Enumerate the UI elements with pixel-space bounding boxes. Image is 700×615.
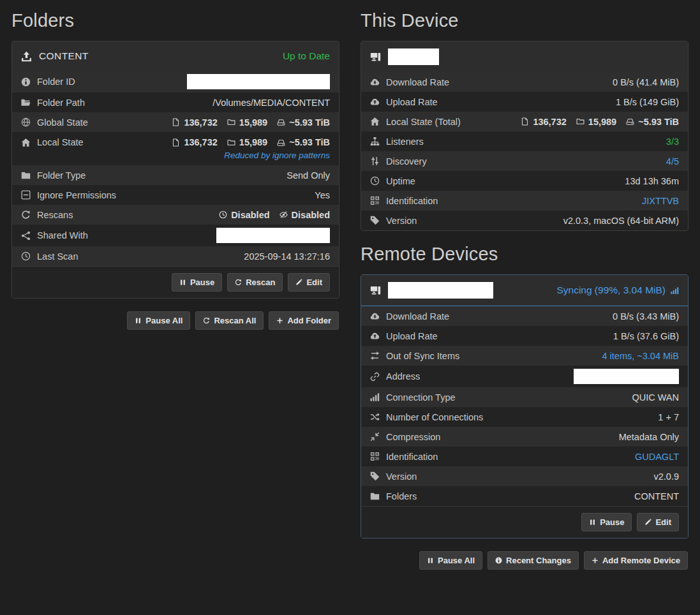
shared-with-label: Shared With (37, 230, 88, 241)
remote-devices-section-title: Remote Devices (361, 244, 689, 265)
recent-changes-button[interactable]: Recent Changes (488, 551, 579, 570)
folder-type-label: Folder Type (37, 170, 86, 181)
folder-status: Up to Date (283, 50, 330, 62)
pause-icon (589, 519, 596, 526)
listeners-value: 3/3 (666, 137, 679, 147)
global-size: ~5.93 TiB (289, 117, 330, 128)
pause-all-folders-button[interactable]: Pause All (127, 311, 190, 330)
row-discovery: Discovery 4/5 (361, 151, 688, 171)
row-download-rate: Download Rate 0 B/s (41.4 MiB) (361, 72, 688, 92)
remote-device-panel-header[interactable]: Syncing (99%, 3.04 MiB) (361, 275, 688, 306)
ignore-permissions-value: Yes (315, 190, 330, 200)
folder-icon (227, 118, 235, 126)
cloud-download-icon (370, 77, 380, 87)
link-icon (370, 372, 380, 382)
row-upload-rate: Upload Rate 1 B/s (149 GiB) (361, 92, 688, 112)
row-remote-identification: Identification GUDAGLT (361, 447, 688, 466)
pause-all-devices-button[interactable]: Pause All (419, 551, 482, 570)
pencil-icon (644, 519, 652, 526)
eye-slash-icon (279, 211, 288, 219)
recent-changes-label: Recent Changes (506, 556, 571, 565)
remote-folders-label: Folders (386, 491, 417, 501)
folder-panel-header[interactable]: CONTENT Up to Date (12, 41, 339, 71)
folder-icon (227, 138, 235, 147)
clock-icon (370, 176, 380, 186)
qrcode-icon (370, 196, 380, 205)
connections-value: 1 + 7 (658, 412, 679, 422)
row-ignore-permissions: Ignore Permissions Yes (12, 185, 339, 205)
row-global-state: Global State 136,732 15,989 ~5.93 TiB (12, 112, 339, 132)
this-device-table: Download Rate 0 B/s (41.4 MiB) Upload Ra… (361, 72, 688, 230)
row-identification: Identification JIXTTVB (361, 191, 688, 211)
local-dirs: 15,989 (239, 137, 267, 147)
listeners-label: Listeners (386, 137, 424, 147)
edit-button-label: Edit (306, 278, 322, 287)
cloud-download-icon (370, 311, 380, 321)
row-folder-path: Folder Path /Volumes/MEDIA/CONTENT (12, 93, 339, 112)
row-shared-with: Shared With (12, 225, 339, 246)
folder-id-label: Folder ID (37, 77, 75, 87)
connection-type-label: Connection Type (386, 392, 456, 403)
computer-icon (370, 285, 381, 296)
signal-bars-icon (370, 392, 380, 402)
syncthing-dashboard: Folders CONTENT Up to Date Folder ID Fol… (0, 0, 700, 615)
globe-icon (21, 117, 31, 127)
edit-button[interactable]: Edit (288, 273, 330, 292)
this-device-panel: Download Rate 0 B/s (41.4 MiB) Upload Ra… (361, 41, 689, 231)
pause-all-devices-label: Pause All (438, 556, 475, 565)
row-remote-version: Version v2.0.9 (361, 466, 688, 486)
remote-edit-button[interactable]: Edit (637, 513, 679, 531)
add-remote-device-button[interactable]: Add Remote Device (584, 551, 688, 570)
local-files: 136,732 (184, 137, 217, 147)
pause-all-label: Pause All (145, 316, 182, 325)
address-label: Address (386, 371, 420, 382)
remote-version-label: Version (386, 471, 417, 482)
info-icon (21, 77, 31, 87)
remote-folders-value: CONTENT (634, 491, 679, 501)
ignore-patterns-note: Reduced by ignore patterns (21, 149, 330, 162)
file-icon (172, 138, 180, 147)
rescan-button[interactable]: Rescan (227, 273, 283, 292)
rescan-all-button[interactable]: Rescan All (195, 311, 264, 330)
version-value: v2.0.3, macOS (64-bit ARM) (563, 216, 679, 226)
compress-icon (370, 432, 380, 441)
row-folder-type: Folder Type Send Only (12, 165, 339, 185)
remote-pause-label: Pause (600, 517, 624, 527)
out-of-sync-link[interactable]: 4 items, ~3.04 MiB (602, 351, 679, 361)
row-compression: Compression Metadata Only (361, 427, 688, 447)
row-folder-id: Folder ID (12, 71, 339, 93)
compression-label: Compression (386, 432, 440, 442)
remote-device-id-link[interactable]: GUDAGLT (635, 452, 679, 462)
pause-icon (135, 317, 142, 324)
row-local-state: Local State 136,732 15,989 ~5.93 TiB Red… (12, 132, 339, 165)
add-folder-button[interactable]: Add Folder (269, 311, 339, 330)
rescan-all-label: Rescan All (214, 316, 256, 325)
file-icon (521, 117, 529, 126)
sliders-icon (370, 156, 380, 166)
compression-value: Metadata Only (619, 432, 679, 442)
remote-device-table: Download Rate 0 B/s (3.43 MiB) Upload Ra… (361, 306, 688, 506)
cloud-upload-icon (370, 331, 380, 341)
hdd-icon (277, 138, 285, 147)
out-of-sync-label: Out of Sync Items (386, 351, 459, 361)
local-state-label: Local State (37, 137, 84, 147)
folders-actions: Pause All Rescan All Add Folder (12, 311, 339, 330)
device-id-link[interactable]: JIXTTVB (642, 196, 679, 206)
pause-button-label: Pause (190, 278, 214, 287)
redacted-folder-id (187, 74, 330, 89)
home-icon (21, 138, 31, 147)
minus-square-icon (21, 190, 31, 200)
file-icon (172, 118, 180, 126)
this-device-panel-header[interactable] (361, 41, 688, 72)
download-rate-value: 0 B/s (41.4 MiB) (613, 77, 679, 87)
redacted-shared-with (216, 228, 330, 243)
pause-button[interactable]: Pause (172, 273, 222, 292)
total-files: 136,732 (533, 117, 566, 127)
computer-icon (370, 52, 381, 63)
pause-icon (427, 557, 434, 564)
remote-pause-button[interactable]: Pause (581, 513, 632, 531)
uptime-label: Uptime (386, 176, 415, 186)
folder-type-value: Send Only (287, 170, 330, 181)
home-icon (370, 117, 380, 126)
remote-upload-rate-value: 1 B/s (37.6 GiB) (613, 331, 679, 341)
